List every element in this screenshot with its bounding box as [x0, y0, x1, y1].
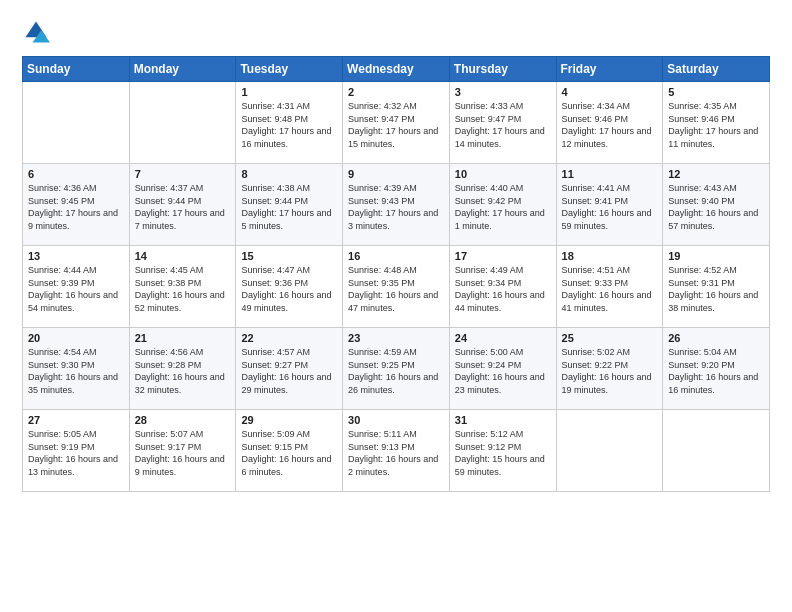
day-number: 22	[241, 332, 337, 344]
calendar-cell: 29Sunrise: 5:09 AM Sunset: 9:15 PM Dayli…	[236, 410, 343, 492]
weekday-header-friday: Friday	[556, 57, 663, 82]
calendar-cell: 21Sunrise: 4:56 AM Sunset: 9:28 PM Dayli…	[129, 328, 236, 410]
calendar-cell: 25Sunrise: 5:02 AM Sunset: 9:22 PM Dayli…	[556, 328, 663, 410]
calendar-cell: 31Sunrise: 5:12 AM Sunset: 9:12 PM Dayli…	[449, 410, 556, 492]
page: SundayMondayTuesdayWednesdayThursdayFrid…	[0, 0, 792, 612]
weekday-header-tuesday: Tuesday	[236, 57, 343, 82]
day-number: 23	[348, 332, 444, 344]
day-number: 10	[455, 168, 551, 180]
day-number: 20	[28, 332, 124, 344]
day-number: 24	[455, 332, 551, 344]
header	[22, 18, 770, 46]
day-number: 16	[348, 250, 444, 262]
day-info: Sunrise: 4:57 AM Sunset: 9:27 PM Dayligh…	[241, 346, 337, 396]
day-number: 2	[348, 86, 444, 98]
calendar-week-4: 27Sunrise: 5:05 AM Sunset: 9:19 PM Dayli…	[23, 410, 770, 492]
day-info: Sunrise: 5:12 AM Sunset: 9:12 PM Dayligh…	[455, 428, 551, 478]
day-number: 11	[562, 168, 658, 180]
day-number: 5	[668, 86, 764, 98]
day-number: 17	[455, 250, 551, 262]
day-number: 29	[241, 414, 337, 426]
day-number: 14	[135, 250, 231, 262]
calendar-cell: 15Sunrise: 4:47 AM Sunset: 9:36 PM Dayli…	[236, 246, 343, 328]
calendar-header: SundayMondayTuesdayWednesdayThursdayFrid…	[23, 57, 770, 82]
day-info: Sunrise: 5:04 AM Sunset: 9:20 PM Dayligh…	[668, 346, 764, 396]
calendar-cell: 1Sunrise: 4:31 AM Sunset: 9:48 PM Daylig…	[236, 82, 343, 164]
calendar-cell: 22Sunrise: 4:57 AM Sunset: 9:27 PM Dayli…	[236, 328, 343, 410]
day-number: 21	[135, 332, 231, 344]
day-info: Sunrise: 4:49 AM Sunset: 9:34 PM Dayligh…	[455, 264, 551, 314]
calendar-week-0: 1Sunrise: 4:31 AM Sunset: 9:48 PM Daylig…	[23, 82, 770, 164]
day-info: Sunrise: 5:11 AM Sunset: 9:13 PM Dayligh…	[348, 428, 444, 478]
calendar-cell: 19Sunrise: 4:52 AM Sunset: 9:31 PM Dayli…	[663, 246, 770, 328]
day-info: Sunrise: 4:43 AM Sunset: 9:40 PM Dayligh…	[668, 182, 764, 232]
day-number: 31	[455, 414, 551, 426]
calendar-cell: 16Sunrise: 4:48 AM Sunset: 9:35 PM Dayli…	[343, 246, 450, 328]
calendar-week-3: 20Sunrise: 4:54 AM Sunset: 9:30 PM Dayli…	[23, 328, 770, 410]
calendar-cell: 17Sunrise: 4:49 AM Sunset: 9:34 PM Dayli…	[449, 246, 556, 328]
calendar-cell	[23, 82, 130, 164]
day-info: Sunrise: 5:00 AM Sunset: 9:24 PM Dayligh…	[455, 346, 551, 396]
day-info: Sunrise: 4:36 AM Sunset: 9:45 PM Dayligh…	[28, 182, 124, 232]
calendar-cell: 3Sunrise: 4:33 AM Sunset: 9:47 PM Daylig…	[449, 82, 556, 164]
day-info: Sunrise: 5:07 AM Sunset: 9:17 PM Dayligh…	[135, 428, 231, 478]
day-number: 8	[241, 168, 337, 180]
calendar-cell: 12Sunrise: 4:43 AM Sunset: 9:40 PM Dayli…	[663, 164, 770, 246]
calendar-cell: 4Sunrise: 4:34 AM Sunset: 9:46 PM Daylig…	[556, 82, 663, 164]
calendar-cell: 27Sunrise: 5:05 AM Sunset: 9:19 PM Dayli…	[23, 410, 130, 492]
calendar-cell: 30Sunrise: 5:11 AM Sunset: 9:13 PM Dayli…	[343, 410, 450, 492]
weekday-header-monday: Monday	[129, 57, 236, 82]
day-number: 28	[135, 414, 231, 426]
calendar-cell: 28Sunrise: 5:07 AM Sunset: 9:17 PM Dayli…	[129, 410, 236, 492]
day-info: Sunrise: 4:48 AM Sunset: 9:35 PM Dayligh…	[348, 264, 444, 314]
day-info: Sunrise: 4:32 AM Sunset: 9:47 PM Dayligh…	[348, 100, 444, 150]
weekday-header-thursday: Thursday	[449, 57, 556, 82]
day-info: Sunrise: 4:33 AM Sunset: 9:47 PM Dayligh…	[455, 100, 551, 150]
day-info: Sunrise: 5:02 AM Sunset: 9:22 PM Dayligh…	[562, 346, 658, 396]
day-info: Sunrise: 4:45 AM Sunset: 9:38 PM Dayligh…	[135, 264, 231, 314]
day-info: Sunrise: 4:41 AM Sunset: 9:41 PM Dayligh…	[562, 182, 658, 232]
calendar-cell	[129, 82, 236, 164]
calendar-cell: 14Sunrise: 4:45 AM Sunset: 9:38 PM Dayli…	[129, 246, 236, 328]
day-number: 15	[241, 250, 337, 262]
day-number: 7	[135, 168, 231, 180]
calendar-table: SundayMondayTuesdayWednesdayThursdayFrid…	[22, 56, 770, 492]
calendar-cell: 7Sunrise: 4:37 AM Sunset: 9:44 PM Daylig…	[129, 164, 236, 246]
weekday-row: SundayMondayTuesdayWednesdayThursdayFrid…	[23, 57, 770, 82]
weekday-header-sunday: Sunday	[23, 57, 130, 82]
calendar-cell: 2Sunrise: 4:32 AM Sunset: 9:47 PM Daylig…	[343, 82, 450, 164]
calendar-cell: 5Sunrise: 4:35 AM Sunset: 9:46 PM Daylig…	[663, 82, 770, 164]
calendar-cell: 13Sunrise: 4:44 AM Sunset: 9:39 PM Dayli…	[23, 246, 130, 328]
day-info: Sunrise: 4:56 AM Sunset: 9:28 PM Dayligh…	[135, 346, 231, 396]
weekday-header-saturday: Saturday	[663, 57, 770, 82]
day-number: 27	[28, 414, 124, 426]
calendar-cell: 6Sunrise: 4:36 AM Sunset: 9:45 PM Daylig…	[23, 164, 130, 246]
day-info: Sunrise: 4:35 AM Sunset: 9:46 PM Dayligh…	[668, 100, 764, 150]
calendar-cell: 24Sunrise: 5:00 AM Sunset: 9:24 PM Dayli…	[449, 328, 556, 410]
calendar-cell: 11Sunrise: 4:41 AM Sunset: 9:41 PM Dayli…	[556, 164, 663, 246]
day-info: Sunrise: 4:34 AM Sunset: 9:46 PM Dayligh…	[562, 100, 658, 150]
day-info: Sunrise: 4:47 AM Sunset: 9:36 PM Dayligh…	[241, 264, 337, 314]
day-number: 25	[562, 332, 658, 344]
logo-icon	[22, 18, 50, 46]
day-info: Sunrise: 4:38 AM Sunset: 9:44 PM Dayligh…	[241, 182, 337, 232]
day-number: 13	[28, 250, 124, 262]
day-number: 1	[241, 86, 337, 98]
calendar-cell: 26Sunrise: 5:04 AM Sunset: 9:20 PM Dayli…	[663, 328, 770, 410]
weekday-header-wednesday: Wednesday	[343, 57, 450, 82]
calendar-body: 1Sunrise: 4:31 AM Sunset: 9:48 PM Daylig…	[23, 82, 770, 492]
calendar-cell	[556, 410, 663, 492]
calendar-cell	[663, 410, 770, 492]
day-number: 18	[562, 250, 658, 262]
day-number: 4	[562, 86, 658, 98]
calendar-week-2: 13Sunrise: 4:44 AM Sunset: 9:39 PM Dayli…	[23, 246, 770, 328]
day-info: Sunrise: 4:37 AM Sunset: 9:44 PM Dayligh…	[135, 182, 231, 232]
calendar-cell: 23Sunrise: 4:59 AM Sunset: 9:25 PM Dayli…	[343, 328, 450, 410]
day-info: Sunrise: 4:59 AM Sunset: 9:25 PM Dayligh…	[348, 346, 444, 396]
day-info: Sunrise: 5:05 AM Sunset: 9:19 PM Dayligh…	[28, 428, 124, 478]
calendar-cell: 8Sunrise: 4:38 AM Sunset: 9:44 PM Daylig…	[236, 164, 343, 246]
day-info: Sunrise: 4:52 AM Sunset: 9:31 PM Dayligh…	[668, 264, 764, 314]
day-number: 19	[668, 250, 764, 262]
day-info: Sunrise: 4:54 AM Sunset: 9:30 PM Dayligh…	[28, 346, 124, 396]
logo	[22, 18, 54, 46]
